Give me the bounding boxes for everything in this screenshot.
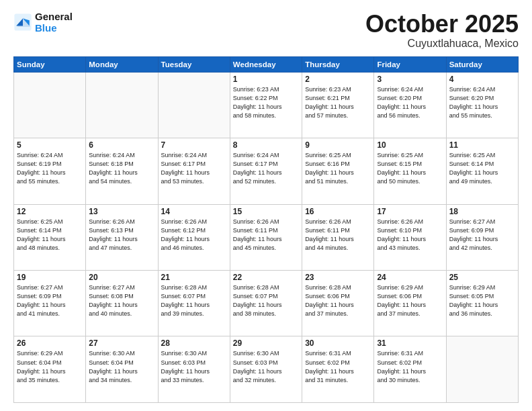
day-number: 8 [233, 140, 299, 150]
calendar-cell: 18Sunrise: 6:27 AMSunset: 6:09 PMDayligh… [446, 204, 518, 270]
day-number: 30 [305, 338, 371, 348]
calendar-week-1: 1Sunrise: 6:23 AMSunset: 6:22 PMDaylight… [14, 72, 519, 138]
day-number: 29 [233, 338, 299, 348]
calendar-cell: 29Sunrise: 6:30 AMSunset: 6:03 PMDayligh… [230, 336, 302, 403]
calendar-cell: 25Sunrise: 6:29 AMSunset: 6:05 PMDayligh… [446, 271, 518, 336]
day-number: 22 [233, 273, 299, 282]
day-number: 31 [377, 338, 443, 348]
calendar-cell: 13Sunrise: 6:26 AMSunset: 6:13 PMDayligh… [86, 204, 158, 270]
day-number: 7 [161, 140, 227, 150]
calendar-cell: 31Sunrise: 6:31 AMSunset: 6:02 PMDayligh… [374, 336, 446, 403]
day-number: 15 [233, 207, 299, 216]
day-info: Sunrise: 6:28 AMSunset: 6:07 PMDaylight:… [161, 283, 227, 318]
calendar-cell: 26Sunrise: 6:29 AMSunset: 6:04 PMDayligh… [14, 336, 86, 403]
page: General Blue October 2025 Cuyuxtlahuaca,… [0, 0, 532, 411]
day-number: 20 [89, 273, 154, 282]
day-number: 16 [305, 207, 371, 216]
day-number: 27 [89, 338, 154, 348]
day-info: Sunrise: 6:25 AMSunset: 6:14 PMDaylight:… [449, 151, 515, 186]
calendar-header-monday: Monday [86, 56, 158, 72]
calendar-week-2: 5Sunrise: 6:24 AMSunset: 6:19 PMDaylight… [14, 138, 519, 204]
calendar-cell: 16Sunrise: 6:26 AMSunset: 6:11 PMDayligh… [302, 204, 374, 270]
calendar-table: SundayMondayTuesdayWednesdayThursdayFrid… [13, 56, 519, 403]
day-info: Sunrise: 6:24 AMSunset: 6:20 PMDaylight:… [377, 85, 443, 120]
day-info: Sunrise: 6:25 AMSunset: 6:16 PMDaylight:… [305, 151, 371, 186]
calendar-header-thursday: Thursday [302, 56, 374, 72]
calendar-cell: 12Sunrise: 6:25 AMSunset: 6:14 PMDayligh… [14, 204, 86, 270]
day-number: 14 [161, 207, 227, 216]
day-info: Sunrise: 6:26 AMSunset: 6:12 PMDaylight:… [161, 218, 227, 253]
calendar-header-saturday: Saturday [446, 56, 518, 72]
calendar-cell [158, 72, 230, 138]
day-number: 24 [377, 273, 443, 282]
calendar-cell: 22Sunrise: 6:28 AMSunset: 6:07 PMDayligh… [230, 271, 302, 336]
day-info: Sunrise: 6:26 AMSunset: 6:11 PMDaylight:… [233, 218, 299, 253]
day-info: Sunrise: 6:24 AMSunset: 6:17 PMDaylight:… [161, 151, 227, 186]
calendar-cell: 27Sunrise: 6:30 AMSunset: 6:04 PMDayligh… [86, 336, 158, 403]
calendar-cell: 7Sunrise: 6:24 AMSunset: 6:17 PMDaylight… [158, 138, 230, 204]
day-info: Sunrise: 6:29 AMSunset: 6:05 PMDaylight:… [449, 283, 515, 318]
day-info: Sunrise: 6:29 AMSunset: 6:04 PMDaylight:… [17, 349, 83, 384]
day-number: 3 [377, 75, 443, 84]
day-info: Sunrise: 6:26 AMSunset: 6:11 PMDaylight:… [305, 218, 371, 253]
calendar-cell [86, 72, 158, 138]
day-number: 18 [449, 207, 515, 216]
day-number: 1 [233, 75, 299, 84]
day-number: 26 [17, 338, 83, 348]
day-number: 28 [161, 338, 227, 348]
day-info: Sunrise: 6:31 AMSunset: 6:02 PMDaylight:… [305, 349, 371, 384]
day-info: Sunrise: 6:27 AMSunset: 6:09 PMDaylight:… [17, 283, 83, 318]
day-info: Sunrise: 6:24 AMSunset: 6:19 PMDaylight:… [17, 151, 83, 186]
calendar-cell: 28Sunrise: 6:30 AMSunset: 6:03 PMDayligh… [158, 336, 230, 403]
day-number: 9 [305, 140, 371, 150]
day-info: Sunrise: 6:23 AMSunset: 6:22 PMDaylight:… [233, 85, 299, 120]
day-number: 12 [17, 207, 83, 216]
day-number: 21 [161, 273, 227, 282]
day-info: Sunrise: 6:24 AMSunset: 6:20 PMDaylight:… [449, 85, 515, 120]
calendar-cell: 23Sunrise: 6:28 AMSunset: 6:06 PMDayligh… [302, 271, 374, 336]
calendar-cell [446, 336, 518, 403]
calendar-cell: 2Sunrise: 6:23 AMSunset: 6:21 PMDaylight… [302, 72, 374, 138]
day-number: 6 [89, 140, 154, 150]
calendar-cell: 1Sunrise: 6:23 AMSunset: 6:22 PMDaylight… [230, 72, 302, 138]
calendar-cell: 21Sunrise: 6:28 AMSunset: 6:07 PMDayligh… [158, 271, 230, 336]
calendar-cell: 30Sunrise: 6:31 AMSunset: 6:02 PMDayligh… [302, 336, 374, 403]
calendar-week-4: 19Sunrise: 6:27 AMSunset: 6:09 PMDayligh… [14, 271, 519, 336]
day-number: 2 [305, 75, 371, 84]
calendar-header-sunday: Sunday [14, 56, 86, 72]
logo-icon [13, 13, 32, 32]
day-number: 4 [449, 75, 515, 84]
calendar-cell: 8Sunrise: 6:24 AMSunset: 6:17 PMDaylight… [230, 138, 302, 204]
day-info: Sunrise: 6:25 AMSunset: 6:14 PMDaylight:… [17, 218, 83, 253]
calendar-cell [14, 72, 86, 138]
day-info: Sunrise: 6:23 AMSunset: 6:21 PMDaylight:… [305, 85, 371, 120]
day-info: Sunrise: 6:27 AMSunset: 6:08 PMDaylight:… [89, 283, 154, 318]
calendar-cell: 19Sunrise: 6:27 AMSunset: 6:09 PMDayligh… [14, 271, 86, 336]
day-info: Sunrise: 6:26 AMSunset: 6:13 PMDaylight:… [89, 218, 154, 253]
day-number: 5 [17, 140, 83, 150]
day-info: Sunrise: 6:25 AMSunset: 6:15 PMDaylight:… [377, 151, 443, 186]
calendar-cell: 17Sunrise: 6:26 AMSunset: 6:10 PMDayligh… [374, 204, 446, 270]
calendar-cell: 20Sunrise: 6:27 AMSunset: 6:08 PMDayligh… [86, 271, 158, 336]
day-info: Sunrise: 6:28 AMSunset: 6:06 PMDaylight:… [305, 283, 371, 318]
header: General Blue October 2025 Cuyuxtlahuaca,… [13, 11, 519, 50]
day-info: Sunrise: 6:30 AMSunset: 6:03 PMDaylight:… [161, 349, 227, 384]
calendar-header-tuesday: Tuesday [158, 56, 230, 72]
calendar-cell: 9Sunrise: 6:25 AMSunset: 6:16 PMDaylight… [302, 138, 374, 204]
calendar-header-friday: Friday [374, 56, 446, 72]
day-number: 11 [449, 140, 515, 150]
calendar-cell: 24Sunrise: 6:29 AMSunset: 6:06 PMDayligh… [374, 271, 446, 336]
calendar-week-3: 12Sunrise: 6:25 AMSunset: 6:14 PMDayligh… [14, 204, 519, 270]
day-info: Sunrise: 6:29 AMSunset: 6:06 PMDaylight:… [377, 283, 443, 318]
day-info: Sunrise: 6:30 AMSunset: 6:04 PMDaylight:… [89, 349, 154, 384]
calendar-header-wednesday: Wednesday [230, 56, 302, 72]
calendar-header-row: SundayMondayTuesdayWednesdayThursdayFrid… [14, 56, 519, 72]
logo: General Blue [13, 11, 73, 34]
day-number: 19 [17, 273, 83, 282]
day-info: Sunrise: 6:30 AMSunset: 6:03 PMDaylight:… [233, 349, 299, 384]
calendar-cell: 4Sunrise: 6:24 AMSunset: 6:20 PMDaylight… [446, 72, 518, 138]
day-number: 17 [377, 207, 443, 216]
day-number: 23 [305, 273, 371, 282]
day-number: 13 [89, 207, 154, 216]
day-info: Sunrise: 6:28 AMSunset: 6:07 PMDaylight:… [233, 283, 299, 318]
